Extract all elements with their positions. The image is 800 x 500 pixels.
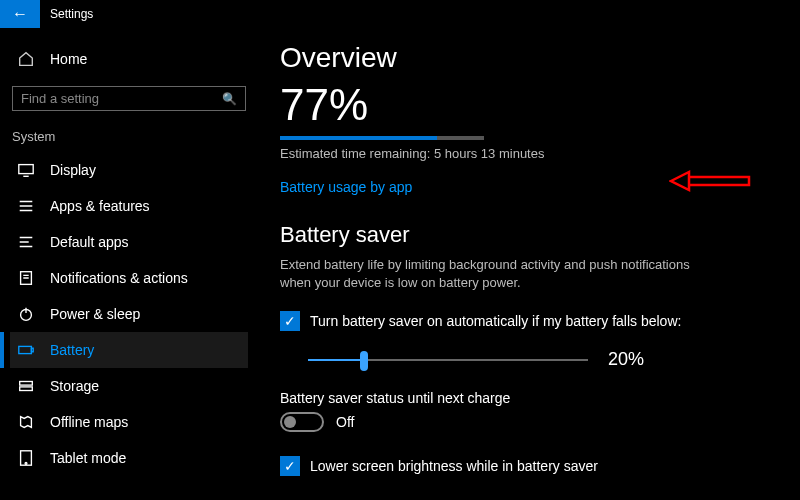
- sidebar-item-label: Storage: [50, 378, 99, 394]
- sidebar-item-label: Default apps: [50, 234, 129, 250]
- svg-marker-9: [671, 172, 689, 190]
- sidebar-item-label: Tablet mode: [50, 450, 126, 466]
- window-header: ← Settings: [0, 0, 800, 28]
- sidebar: Home 🔍 System Display Apps & features De…: [0, 28, 258, 500]
- saver-toggle-row: Off: [280, 412, 770, 432]
- sidebar-item-notifications[interactable]: Notifications & actions: [10, 260, 248, 296]
- sidebar-section-label: System: [10, 125, 248, 152]
- battery-eta: Estimated time remaining: 5 hours 13 min…: [280, 146, 770, 161]
- saver-status-label: Battery saver status until next charge: [280, 390, 770, 406]
- sidebar-item-tablet-mode[interactable]: Tablet mode: [10, 440, 248, 476]
- sidebar-item-label: Notifications & actions: [50, 270, 188, 286]
- battery-saver-description: Extend battery life by limiting backgrou…: [280, 256, 700, 291]
- brightness-checkbox-label: Lower screen brightness while in battery…: [310, 458, 598, 474]
- default-apps-icon: [16, 233, 36, 251]
- svg-rect-5: [20, 382, 33, 386]
- battery-icon: [16, 341, 36, 359]
- battery-progress-fill: [280, 136, 437, 140]
- sidebar-item-label: Apps & features: [50, 198, 150, 214]
- notifications-icon: [16, 269, 36, 287]
- search-input[interactable]: [21, 91, 222, 106]
- sidebar-home[interactable]: Home: [10, 42, 248, 76]
- toggle-knob: [284, 416, 296, 428]
- svg-rect-0: [19, 165, 33, 174]
- search-icon: 🔍: [222, 92, 237, 106]
- power-icon: [16, 305, 36, 323]
- battery-percent: 77%: [280, 80, 770, 130]
- brightness-checkbox[interactable]: ✓: [280, 456, 300, 476]
- sidebar-item-apps-features[interactable]: Apps & features: [10, 188, 248, 224]
- storage-icon: [16, 377, 36, 395]
- svg-point-8: [25, 463, 27, 465]
- list-icon: [16, 197, 36, 215]
- home-icon: [16, 50, 36, 68]
- battery-saver-heading: Battery saver: [280, 222, 770, 248]
- sidebar-item-battery[interactable]: Battery: [10, 332, 248, 368]
- window-title: Settings: [40, 7, 93, 21]
- content: Overview 77% Estimated time remaining: 5…: [258, 28, 800, 500]
- auto-saver-checkbox-label: Turn battery saver on automatically if m…: [310, 313, 681, 329]
- home-label: Home: [50, 51, 87, 67]
- brightness-checkbox-row: ✓ Lower screen brightness while in batte…: [280, 456, 770, 476]
- sidebar-item-label: Display: [50, 162, 96, 178]
- threshold-slider[interactable]: [308, 350, 588, 370]
- sidebar-item-display[interactable]: Display: [10, 152, 248, 188]
- back-button[interactable]: ←: [0, 0, 40, 28]
- search-box[interactable]: 🔍: [12, 86, 246, 111]
- checkmark-icon: ✓: [284, 313, 296, 329]
- annotation-arrow: [669, 169, 754, 197]
- auto-saver-checkbox[interactable]: ✓: [280, 311, 300, 331]
- sidebar-item-power-sleep[interactable]: Power & sleep: [10, 296, 248, 332]
- overview-heading: Overview: [280, 42, 770, 74]
- tablet-icon: [16, 449, 36, 467]
- battery-progress-bar: [280, 136, 484, 140]
- threshold-slider-row: 20%: [308, 349, 770, 370]
- sidebar-item-default-apps[interactable]: Default apps: [10, 224, 248, 260]
- sidebar-item-label: Offline maps: [50, 414, 128, 430]
- checkmark-icon: ✓: [284, 458, 296, 474]
- display-icon: [16, 161, 36, 179]
- sidebar-item-offline-maps[interactable]: Offline maps: [10, 404, 248, 440]
- saver-toggle[interactable]: [280, 412, 324, 432]
- sidebar-item-storage[interactable]: Storage: [10, 368, 248, 404]
- threshold-value: 20%: [608, 349, 644, 370]
- sidebar-item-label: Battery: [50, 342, 94, 358]
- arrow-left-icon: ←: [12, 5, 28, 23]
- maps-icon: [16, 413, 36, 431]
- svg-rect-3: [19, 346, 32, 353]
- battery-usage-link[interactable]: Battery usage by app: [280, 179, 412, 195]
- saver-toggle-state: Off: [336, 414, 354, 430]
- svg-rect-6: [20, 387, 33, 391]
- svg-rect-4: [31, 348, 33, 352]
- sidebar-item-label: Power & sleep: [50, 306, 140, 322]
- auto-saver-checkbox-row: ✓ Turn battery saver on automatically if…: [280, 311, 770, 331]
